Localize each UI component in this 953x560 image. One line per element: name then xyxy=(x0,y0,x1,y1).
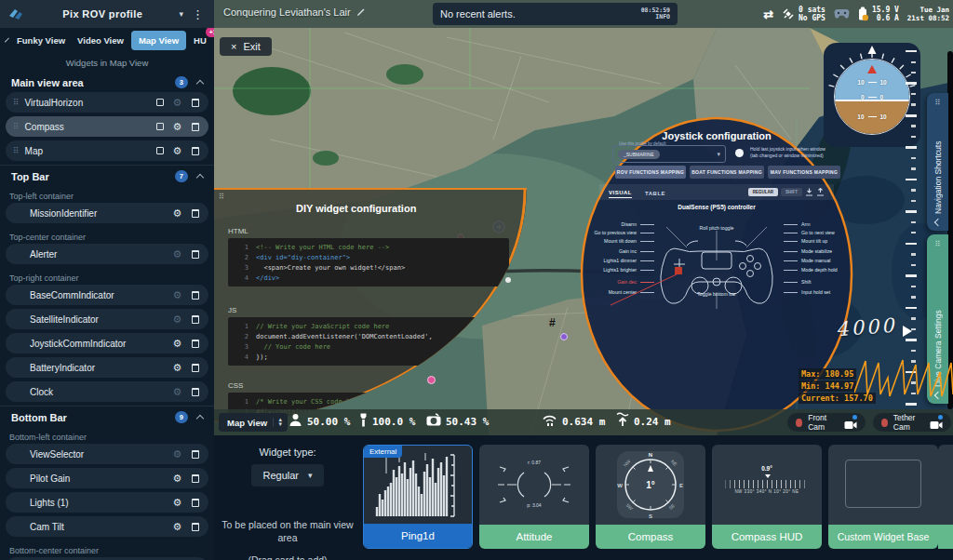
fullscreen-icon[interactable] xyxy=(154,99,166,106)
gear-icon[interactable]: ⚙ xyxy=(171,449,183,460)
lights-indicator[interactable]: 100.0 %Lights (1) xyxy=(359,412,415,435)
boat-functions-mapping-button[interactable]: BOAT FUNCTIONS MAPPING xyxy=(690,166,764,179)
stepper-icon[interactable]: ▲▼ xyxy=(273,418,283,427)
mav-functions-mapping-button[interactable]: MAV FUNCTIONS MAPPING xyxy=(768,166,840,179)
trash-icon[interactable] xyxy=(189,340,201,348)
chevron-up-icon[interactable] xyxy=(196,415,204,422)
widget-row-basecommindicator[interactable]: BaseCommIndicator ⚙ xyxy=(6,285,208,305)
trash-icon[interactable] xyxy=(189,123,201,131)
tab-table[interactable]: TABLE xyxy=(645,187,665,198)
cam-tilt-indicator[interactable]: 50.43 %Cam Tilt xyxy=(426,412,489,435)
gear-icon[interactable]: ⚙ xyxy=(171,387,183,397)
drag-handle-icon[interactable]: ⠿ xyxy=(219,193,224,201)
trash-icon[interactable] xyxy=(189,315,201,324)
profile-chevron-down-icon[interactable]: ▾ xyxy=(179,9,183,19)
widget-row-viewselector[interactable]: ViewSelector ⚙ xyxy=(6,444,208,464)
pilot-gain-indicator[interactable]: 50.00 %Pilot Gain xyxy=(289,412,350,435)
section-main-view-area[interactable]: Main view area 3 xyxy=(0,72,214,92)
trash-icon[interactable] xyxy=(189,388,201,396)
code-line[interactable]: <div id="diy-container"> xyxy=(256,254,350,261)
gear-icon[interactable]: ⚙ xyxy=(171,98,183,108)
mission-name[interactable]: Conquering Leviathan's Lair xyxy=(223,7,351,18)
joystick-profile-select[interactable]: Use this profile by default _SUBMARINE ▾ xyxy=(612,145,726,163)
map-view[interactable]: ✛ # × Exit ⠿ DIY widget configuration HT… xyxy=(214,28,953,435)
navigation-shortcuts-tab[interactable]: ⠿ Navigation Shortcuts xyxy=(927,93,948,231)
exit-edit-mode-button[interactable]: × Exit xyxy=(220,37,272,56)
map-marker-purple[interactable] xyxy=(560,333,568,340)
chevron-up-icon[interactable] xyxy=(196,174,204,181)
code-line[interactable]: <!-- Write your HTML code here --> xyxy=(256,244,389,251)
regular-mode-chip[interactable]: REGULAR xyxy=(748,188,778,196)
widget-row-pilot-gain[interactable]: Pilot Gain ⚙ xyxy=(6,468,208,488)
widget-row-cam-tilt[interactable]: Cam Tilt ⚙ xyxy=(6,516,208,537)
widget-card-partial[interactable] xyxy=(938,445,953,549)
tab-funky-view[interactable]: Funky View xyxy=(12,32,70,49)
widget-row-lights[interactable]: Lights (1) ⚙ xyxy=(6,492,208,513)
sonar-dist-indicator[interactable]: 0.634 mSonar Dist xyxy=(542,412,605,435)
trash-icon[interactable] xyxy=(189,474,201,483)
hold-input-toggle[interactable] xyxy=(735,149,744,157)
trash-icon[interactable] xyxy=(189,209,201,218)
chevron-up-icon[interactable] xyxy=(196,80,204,87)
gear-icon[interactable]: ⚙ xyxy=(171,290,183,300)
map-marker-white[interactable] xyxy=(505,277,511,283)
widget-card-attitude[interactable]: r: 0.87 p: 3.04 Attitude xyxy=(479,445,589,549)
widget-card-compass[interactable]: N NE E SE S SW W NW 1° Compass xyxy=(596,445,705,549)
gear-icon[interactable]: ⚙ xyxy=(171,314,183,325)
battery-indicator[interactable]: 15.9 V0.6 A xyxy=(858,6,899,22)
trash-icon[interactable] xyxy=(189,291,201,300)
code-line[interactable]: <span>Create your own widget!</span> xyxy=(256,264,405,272)
code-line[interactable]: </div> xyxy=(256,274,279,282)
alert-banner[interactable]: No recent alerts. 08:52:59 INFO xyxy=(433,3,678,25)
drag-handle-icon[interactable]: ⠿ xyxy=(13,146,20,155)
shift-mode-chip[interactable]: SHIFT xyxy=(781,188,802,196)
satellite-indicator[interactable]: 0 satsNo GPS xyxy=(782,6,825,22)
gear-icon[interactable]: ⚙ xyxy=(171,363,183,373)
edit-icon[interactable] xyxy=(356,7,366,17)
front-cam-button[interactable]: Front Cam xyxy=(787,413,866,432)
base-comm-icon[interactable]: ⇄ xyxy=(763,7,773,21)
tether-cam-button[interactable]: Tether Cam xyxy=(873,413,951,432)
kebab-menu-icon[interactable]: ⋮ xyxy=(189,7,207,21)
joystick-comm-icon[interactable] xyxy=(834,8,850,20)
map-marker-pink[interactable] xyxy=(427,376,436,384)
html-code-editor[interactable]: <!-- Write your HTML code here --> <div … xyxy=(228,238,509,287)
code-line[interactable]: // Write your JavaScript code here xyxy=(256,323,389,330)
trash-icon[interactable] xyxy=(189,450,201,459)
gear-icon[interactable]: ⚙ xyxy=(171,473,183,484)
widget-type-select[interactable]: Regular ▾ xyxy=(251,464,323,487)
section-top-bar[interactable]: Top Bar 7 xyxy=(0,165,214,186)
widget-row-map[interactable]: ⠿ Map ⚙ xyxy=(6,140,208,161)
mission-name-area[interactable]: Conquering Leviathan's Lair xyxy=(223,7,366,18)
tab-visual[interactable]: VISUAL xyxy=(609,186,632,198)
drag-handle-icon[interactable]: ⠿ xyxy=(13,122,20,131)
view-selector[interactable]: Map View ▲▼ xyxy=(219,413,288,432)
widget-row-satelliteindicator[interactable]: SatelliteIndicator ⚙ xyxy=(6,309,208,329)
clock-indicator[interactable]: Tue Jan 21st 08:52 xyxy=(907,6,949,22)
tab-hu-view[interactable]: HU +1 xyxy=(189,32,211,49)
trash-icon[interactable] xyxy=(189,250,201,259)
gear-icon[interactable]: ⚙ xyxy=(171,208,183,219)
trash-icon[interactable] xyxy=(189,364,201,372)
code-line[interactable]: // Your code here xyxy=(256,343,330,351)
widget-card-ping1d[interactable]: External Ping1d xyxy=(363,445,473,549)
upload-icon[interactable] xyxy=(816,188,825,196)
trash-icon[interactable] xyxy=(189,99,201,107)
download-icon[interactable] xyxy=(805,188,813,196)
move-icon[interactable] xyxy=(154,147,166,154)
tab-map-view[interactable]: Map View xyxy=(131,31,186,50)
widget-row-alerter[interactable]: Alerter ⚙ xyxy=(6,244,208,264)
fullscreen-icon[interactable] xyxy=(154,123,166,130)
widget-card-compass-hud[interactable]: 0.9° NW 330° 340° N 10° 20° NE Compass H… xyxy=(712,445,822,549)
collapse-views-chevron-icon[interactable] xyxy=(5,37,9,42)
code-line[interactable]: document.addEventListener('DOMContentLoa… xyxy=(256,333,433,340)
code-line[interactable]: }); xyxy=(256,353,268,361)
profile-name[interactable]: Pix ROV profile xyxy=(32,8,173,20)
widget-card-custom-widget-base[interactable]: Custom Widget Base xyxy=(828,445,938,549)
rov-functions-mapping-button[interactable]: ROV FUNCTIONS MAPPING xyxy=(615,166,686,179)
gear-icon[interactable]: ⚙ xyxy=(171,498,183,508)
widget-row-compass[interactable]: ⠿ Compass ⚙ xyxy=(6,116,208,137)
widget-row-batteryindicator[interactable]: BatteryIndicator ⚙ xyxy=(6,357,208,378)
widget-row-joystickcommindicator[interactable]: JoystickCommIndicator ⚙ xyxy=(6,333,208,353)
gear-icon[interactable]: ⚙ xyxy=(171,249,183,260)
